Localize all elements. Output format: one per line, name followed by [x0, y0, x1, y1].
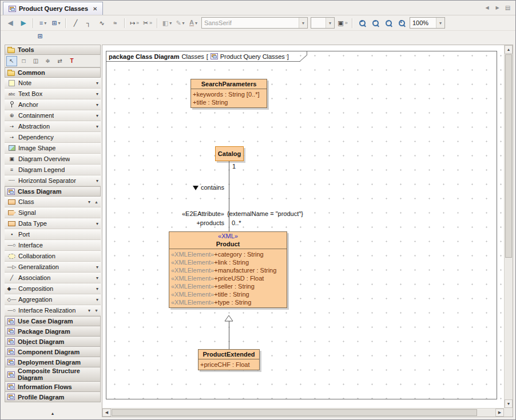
font-family-combo[interactable]: SansSerif ▾: [201, 17, 308, 29]
palette-item-interface[interactable]: —○ Interface: [5, 240, 101, 251]
scroll-left-button[interactable]: ◀: [102, 409, 111, 417]
palette-section-deployment-diagram[interactable]: Deployment Diagram: [5, 357, 101, 367]
dropdown-arrow-icon[interactable]: ▾: [96, 91, 98, 97]
forward-button[interactable]: ▶: [17, 17, 30, 29]
palette-section-class-diagram[interactable]: Class Diagram: [5, 186, 101, 197]
palette-item-anchor[interactable]: Anchor ▾: [5, 99, 101, 110]
palette-section-composite-structure-diagram[interactable]: Composite Structure Diagram: [5, 367, 101, 382]
palette-section-object-diagram[interactable]: Object Diagram: [5, 337, 101, 347]
palette-item-horizontal-separator[interactable]: ┈┈ Horizontal Separator ▾: [5, 175, 101, 186]
line-color-button[interactable]: ✎▾: [174, 17, 186, 29]
scroll-right-button[interactable]: ▶: [495, 409, 504, 417]
palette-item-data-type[interactable]: Data Type ▾: [5, 218, 101, 229]
align-tool[interactable]: ≑: [42, 56, 53, 66]
diagram-canvas[interactable]: package Class Diagram Classes [ Product …: [102, 45, 504, 408]
palette-item-text-box[interactable]: abc Text Box ▾: [5, 89, 101, 99]
rectilinear-path-button[interactable]: ┐: [82, 17, 95, 29]
palette-item-diagram-legend[interactable]: ≡ Diagram Legend: [5, 165, 101, 175]
attribute[interactable]: +priceCHF : Float: [200, 361, 257, 369]
class-catalog[interactable]: Catalog: [215, 146, 244, 161]
dropdown-arrow-icon[interactable]: ▾: [96, 265, 98, 270]
multiplicity-label[interactable]: 0..*: [232, 219, 241, 226]
palette-item-class[interactable]: Class ▾ ▲: [5, 197, 101, 207]
palette-item-dependency[interactable]: ⇢ Dependency: [5, 132, 101, 143]
palette-item-collaboration[interactable]: Collaboration: [5, 251, 101, 262]
shapes-gallery-button[interactable]: ▣»: [336, 17, 349, 29]
palette-item-generalization[interactable]: —▷ Generalization ▾: [5, 262, 101, 273]
split-view-tool[interactable]: ◫: [30, 56, 41, 66]
multiplicity-label[interactable]: 1: [232, 163, 236, 170]
class-product[interactable]: «XML» Product «XMLElement»+category : St…: [169, 231, 287, 308]
palette-item-association[interactable]: ╱ Association ▾: [5, 273, 101, 283]
tab-scroll-right-button[interactable]: ▶: [493, 3, 502, 12]
palette-item-composition[interactable]: ◆— Composition ▾: [5, 283, 101, 294]
attribute[interactable]: «XMLElement»+title : String: [171, 290, 285, 298]
dropdown-arrow-icon[interactable]: ▾: [436, 18, 444, 28]
layout-button[interactable]: ⊞▾: [50, 17, 62, 29]
palette-item-diagram-overview[interactable]: ▣ Diagram Overview: [5, 154, 101, 165]
dropdown-arrow-icon[interactable]: ▾: [88, 308, 90, 313]
association-role-label[interactable]: +products: [171, 219, 224, 226]
align-shapes-button[interactable]: ≡▾: [37, 17, 49, 29]
diagram-frame-header[interactable]: package Class Diagram Classes [ Product …: [106, 51, 307, 62]
dropdown-arrow-icon[interactable]: ▾: [96, 178, 98, 183]
attribute[interactable]: +title : String: [193, 98, 265, 106]
attribute[interactable]: +keywords : String [0..*]: [193, 90, 265, 98]
dropdown-arrow-icon[interactable]: ▾: [96, 286, 98, 291]
dropdown-arrow-icon[interactable]: ▾: [96, 124, 98, 129]
dropdown-arrow-icon[interactable]: ▾: [88, 199, 90, 205]
association-stereotype-label[interactable]: «E2EAttribute»: [148, 210, 224, 217]
spline-path-button[interactable]: ≈: [109, 17, 121, 29]
horizontal-scroll-thumb[interactable]: [112, 409, 477, 416]
dropdown-arrow-icon[interactable]: ▾: [96, 297, 98, 302]
fit-in-window-button[interactable]: ▫: [382, 17, 395, 29]
dropdown-arrow-icon[interactable]: ▾: [96, 102, 98, 107]
palette-item-signal[interactable]: Signal: [5, 207, 101, 218]
bezier-path-button[interactable]: ∿: [96, 17, 108, 29]
swap-tool[interactable]: ⇄: [54, 56, 65, 66]
attribute[interactable]: «XMLElement»+category : String: [171, 250, 285, 258]
palette-section-tools[interactable]: Tools: [5, 45, 101, 55]
tab-close-icon[interactable]: ✕: [93, 6, 97, 12]
horizontal-scrollbar[interactable]: ◀ ▶: [102, 408, 504, 417]
palette-section-information-flows[interactable]: Information Flows: [5, 382, 101, 392]
fill-color-button[interactable]: ◧▾: [161, 17, 173, 29]
zoom-in-button[interactable]: +: [356, 17, 368, 29]
palette-section-component-diagram[interactable]: Component Diagram: [5, 347, 101, 357]
dropdown-arrow-icon[interactable]: ▾: [326, 18, 334, 28]
attribute[interactable]: «XMLElement»+priceUSD : Float: [171, 274, 285, 282]
generalization-line[interactable]: [229, 321, 229, 349]
font-size-combo[interactable]: ▾: [311, 17, 335, 29]
dropdown-arrow-icon[interactable]: ▾: [96, 81, 98, 86]
text-tool[interactable]: T: [66, 56, 77, 66]
palette-item-containment[interactable]: ⊕ Containment ▾: [5, 110, 101, 121]
vertical-scroll-thumb[interactable]: [505, 54, 512, 258]
dropdown-arrow-icon[interactable]: ▾: [299, 18, 307, 28]
palette-scroll-down-icon[interactable]: ▼: [94, 309, 98, 313]
scroll-up-button[interactable]: ▲: [505, 45, 513, 54]
palette-section-profile-diagram[interactable]: Profile Diagram: [5, 392, 101, 402]
back-button[interactable]: ◀: [4, 17, 17, 29]
palette-section-package-diagram[interactable]: Package Diagram: [5, 326, 101, 337]
palette-item-abstraction[interactable]: ⇢ Abstraction ▾: [5, 121, 101, 132]
association-constraint-label[interactable]: {externalName = "product"}: [227, 210, 303, 217]
maximize-panel-icon[interactable]: ▤: [503, 3, 512, 12]
attribute[interactable]: «XMLElement»+link : String: [171, 258, 285, 266]
vertical-scrollbar[interactable]: ▲ ▼: [504, 45, 513, 408]
oblique-path-button[interactable]: ╱: [69, 17, 82, 29]
insert-shape-button[interactable]: ↦»: [128, 17, 141, 29]
cut-button[interactable]: ✂»: [141, 17, 154, 29]
dropdown-arrow-icon[interactable]: ▾: [96, 221, 98, 226]
palette-section-common[interactable]: Common: [5, 67, 101, 78]
palette-scroll-bottom[interactable]: ▲: [5, 410, 101, 417]
palette-item-interface-realization[interactable]: —○ Interface Realization ▾ ▼: [5, 305, 101, 316]
palette-scroll-up-icon[interactable]: ▲: [94, 200, 98, 204]
palette-item-aggregation[interactable]: ◇— Aggregation ▾: [5, 294, 101, 305]
palette-section-use-case-diagram[interactable]: Use Case Diagram: [5, 316, 101, 326]
class-searchparameters[interactable]: SearchParameters +keywords : String [0..…: [190, 79, 267, 108]
tab-product-query-classes[interactable]: Product Query Classes ✕: [3, 2, 103, 15]
attribute[interactable]: «XMLElement»+seller : String: [171, 282, 285, 290]
zoom-out-button[interactable]: −: [369, 17, 382, 29]
palette-item-image-shape[interactable]: Image Shape: [5, 143, 101, 154]
tab-scroll-left-button[interactable]: ◀: [483, 3, 491, 12]
